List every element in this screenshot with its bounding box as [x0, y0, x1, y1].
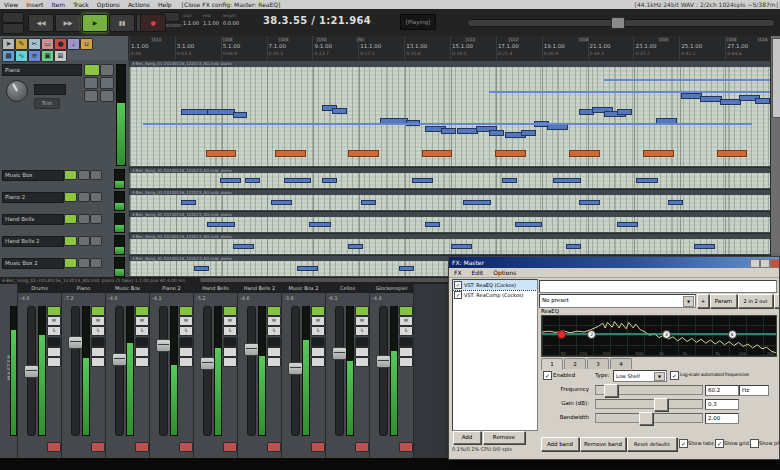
menu-item-track[interactable]: Track	[69, 1, 93, 8]
midi-note[interactable]	[425, 222, 440, 227]
midi-note-accent[interactable]	[206, 150, 237, 157]
record-monitor-button[interactable]	[267, 442, 281, 452]
pan-knob[interactable]	[6, 80, 28, 102]
band-tab-2[interactable]: 2	[564, 358, 586, 369]
midi-note-accent[interactable]	[422, 150, 453, 157]
solo-button[interactable]	[100, 90, 114, 102]
sustained-note[interactable]	[143, 123, 752, 125]
eq-band-point[interactable]: 4	[728, 330, 737, 339]
mute-button[interactable]: M	[135, 316, 149, 326]
mixer-strip-glockenspiel[interactable]: Glockenspiel-4.4MS	[370, 284, 414, 458]
mixer-strip-master[interactable]: MASTER	[0, 284, 18, 458]
solo-button[interactable]: S	[311, 326, 325, 336]
magnet-snap-icon[interactable]: ∪	[80, 38, 93, 50]
midi-note[interactable]	[233, 112, 248, 118]
record-button[interactable]: ●	[140, 14, 166, 32]
solo-button[interactable]	[90, 258, 102, 268]
io-button[interactable]	[91, 347, 105, 357]
midi-note[interactable]	[502, 178, 517, 183]
midi-item-body[interactable]	[129, 239, 772, 254]
env-button[interactable]	[267, 357, 281, 367]
param-value-box[interactable]: 0.3	[705, 399, 739, 410]
fx-button[interactable]	[84, 77, 98, 89]
fader-handle[interactable]	[200, 357, 215, 370]
record-arm-button[interactable]	[91, 306, 105, 316]
output-readout[interactable]	[91, 337, 105, 347]
midi-note[interactable]	[348, 244, 363, 249]
tempo-marker[interactable]: [111	[151, 37, 162, 42]
midi-note[interactable]	[181, 200, 196, 205]
eq-band-point[interactable]: 3	[662, 330, 671, 339]
fader-handle[interactable]	[156, 339, 171, 352]
mixer-strip-music-box[interactable]: Music Box-4.6MS	[106, 284, 150, 458]
record-monitor-button[interactable]	[179, 442, 193, 452]
midi-item-body[interactable]	[129, 173, 772, 188]
fx-window-titlebar[interactable]: FX: Master	[449, 257, 780, 268]
fx-menu-options[interactable]: Options	[488, 268, 521, 277]
record-monitor-button[interactable]	[355, 442, 369, 452]
solo-button[interactable]	[90, 170, 102, 180]
track-panel-hand-bells-2[interactable]: Hand Bells 2	[0, 233, 128, 256]
io-button[interactable]	[399, 347, 413, 357]
fader-track[interactable]	[203, 306, 212, 436]
eq-graph[interactable]: 234501002005001k2k5k10k20k	[541, 315, 777, 357]
midi-item-body[interactable]	[129, 195, 772, 210]
fx-add-button[interactable]: Add	[453, 431, 481, 444]
mixer-strip-hand-bells[interactable]: Hand Bells-5.2MS	[194, 284, 238, 458]
midi-note[interactable]	[457, 128, 478, 134]
menu-item-view[interactable]: View	[0, 1, 22, 8]
mute-button[interactable]: M	[355, 316, 369, 326]
io-button[interactable]	[135, 347, 149, 357]
show-tabs-checkbox[interactable]	[679, 439, 688, 448]
output-readout[interactable]	[311, 337, 325, 347]
eq-band-point-selected[interactable]	[557, 330, 566, 339]
fader-track[interactable]	[159, 306, 168, 436]
io-button[interactable]	[311, 347, 325, 357]
fader-handle[interactable]	[244, 343, 259, 356]
menu-item-actions[interactable]: Actions	[124, 1, 154, 8]
mixer-strip-piano[interactable]: Piano-7.2MS	[62, 284, 106, 458]
mute-button[interactable]: M	[399, 316, 413, 326]
pencil-icon[interactable]: ✎	[15, 38, 28, 50]
remove-band-button[interactable]: Remove band	[580, 437, 626, 451]
lock-icon[interactable]: ⊠	[54, 50, 67, 62]
fx-enable-checkbox[interactable]	[454, 281, 462, 289]
midi-note[interactable]	[755, 98, 770, 104]
trim-button[interactable]: Trim	[34, 98, 60, 109]
io-button[interactable]	[179, 347, 193, 357]
playrate-slider[interactable]	[467, 19, 775, 27]
record-monitor-button[interactable]	[223, 442, 237, 452]
midi-note[interactable]	[322, 178, 337, 183]
fader-handle[interactable]	[376, 355, 391, 368]
mute-button[interactable]	[78, 214, 90, 224]
io-button[interactable]	[223, 347, 237, 357]
tempo-marker[interactable]: [100	[658, 37, 669, 42]
midi-note[interactable]	[245, 178, 260, 183]
mixer-strip-cellos[interactable]: Cellos-6.1MS	[326, 284, 370, 458]
param-value-box[interactable]: 2.00	[705, 413, 739, 424]
solo-button[interactable]: S	[91, 326, 105, 336]
track-panel-music-box-2[interactable]: Music Box 2	[0, 255, 128, 278]
fx-menu-fx[interactable]: FX	[449, 268, 467, 277]
log-scale-checkbox[interactable]	[670, 371, 679, 380]
volume-readout[interactable]	[34, 84, 66, 95]
track-name-field[interactable]: Music Box	[2, 170, 64, 181]
preset-dropdown[interactable]: No preset ▼	[539, 294, 696, 308]
midi-note[interactable]	[617, 222, 638, 227]
env-button[interactable]	[91, 357, 105, 367]
output-readout[interactable]	[399, 337, 413, 347]
record-monitor-button[interactable]	[47, 442, 61, 452]
record-arm-button[interactable]	[179, 306, 193, 316]
param-button[interactable]: Param	[710, 294, 737, 308]
io-button[interactable]	[267, 347, 281, 357]
record-arm-button[interactable]	[311, 306, 325, 316]
mute-button[interactable]: M	[267, 316, 281, 326]
menu-item-help[interactable]: Help	[154, 1, 176, 8]
maximize-button[interactable]	[760, 259, 770, 268]
envelope-icon[interactable]: ∿	[15, 50, 28, 62]
midi-note[interactable]	[194, 266, 209, 271]
midi-note[interactable]	[220, 178, 241, 183]
midi-note[interactable]	[412, 178, 433, 183]
track-name-field[interactable]: Music Box 2	[2, 258, 64, 269]
solo-button[interactable]: S	[47, 326, 61, 336]
